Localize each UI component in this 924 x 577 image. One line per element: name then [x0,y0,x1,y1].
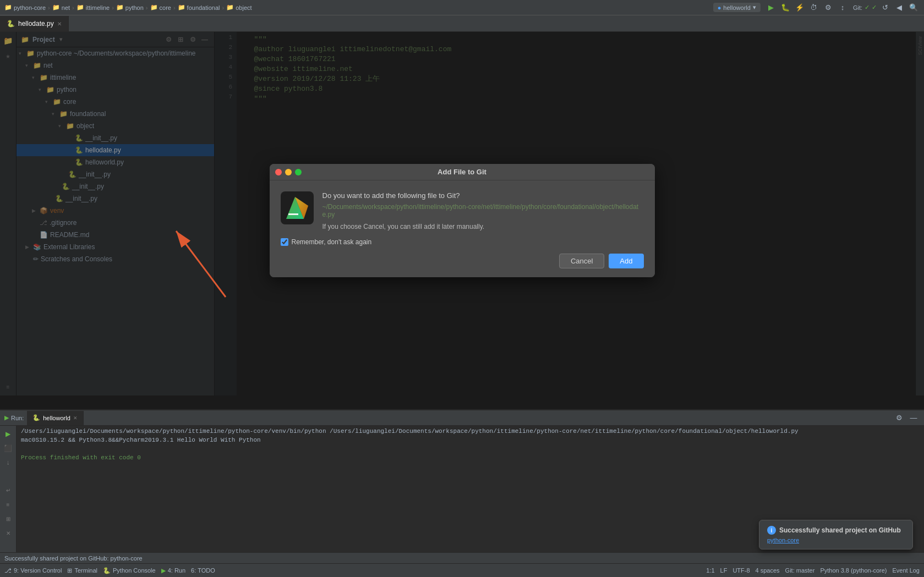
dialog-overlay: Add File to Git [0,32,924,409]
run-config-label: helloworld [723,4,751,11]
dialog-file-path: ~/Documents/workspace/python/ittimeline/… [322,203,644,218]
run-output-line-1: /Users/liuguanglei/Documents/workspace/p… [21,428,920,437]
dialog-maximize-button[interactable] [295,169,302,175]
breadcrumb-item-core[interactable]: 📁 core [150,4,171,11]
stop-bottom-icon[interactable]: ⬛ [2,442,14,454]
todo-label: 6: TODO [191,567,215,574]
close-bottom-icon[interactable]: ✕ [2,527,14,539]
breadcrumb-item-python[interactable]: 📁 python [116,4,144,11]
breadcrumb-item-ittimeline[interactable]: 📁 ittimeline [76,4,110,11]
coverage-button[interactable]: ⚡ [794,2,806,14]
breadcrumb-label: net [62,4,70,11]
dialog-minimize-button[interactable] [285,169,292,175]
settings-bottom-button[interactable]: ⚙ [893,412,905,424]
git-refresh-button[interactable]: ↺ [879,2,891,14]
breadcrumb-item-net[interactable]: 📁 net [52,4,70,11]
event-log-status[interactable]: Event Log [892,567,920,574]
tab-label: hellodate.py [18,20,54,28]
dialog-sub-text: If you choose Cancel, you can still add … [322,223,644,230]
dialog-title: Add File to Git [438,168,486,176]
status-bar: ⎇ 9: Version Control ⊞ Terminal 🐍 Python… [0,563,924,577]
bottom-tab-close-button[interactable]: ✕ [73,415,78,421]
settings-button[interactable]: ⚙ [822,2,834,14]
run-button[interactable]: ▶ [765,2,777,14]
python-console-status[interactable]: 🐍 Python Console [103,567,156,574]
run-output-line-4: Process finished with exit code 0 [21,454,920,463]
tab-file-icon: 🐍 [7,20,15,28]
git-search-button[interactable]: 🔍 [907,2,920,14]
dialog-title-bar: Add File to Git [270,164,655,180]
status-bar-right: 1:1 LF UTF-8 4 spaces Git: master Python… [706,567,920,574]
todo-status[interactable]: 6: TODO [191,567,215,574]
scroll-down-icon[interactable]: ↓ [2,457,14,469]
breadcrumb-label: object [236,4,251,11]
cursor-position: 1:1 [706,567,714,574]
minimize-bottom-button[interactable]: — [907,412,920,424]
debug-button[interactable]: 🐛 [779,2,791,14]
indent-spaces: 4 spaces [756,567,780,574]
terminal-icon: ⊞ [67,567,72,574]
dialog-body: Do you want to add the following file to… [270,180,655,277]
bottom-tab-helloworld[interactable]: 🐍 helloworld ✕ [27,411,84,425]
breadcrumb: 📁 python-core › 📁 net › 📁 ittimeline › 📁… [4,4,252,11]
toolbar-right: ● helloworld ▾ ▶ 🐛 ⚡ ⏱ ⚙ ↕ Git: ✓ ✓ ↺ ◀ … [713,2,920,14]
breadcrumb-item-object[interactable]: 📁 object [226,4,251,11]
breadcrumb-label: python-core [14,4,46,11]
run-icon: ● [718,4,721,11]
tab-close-button[interactable]: ✕ [57,21,62,27]
folder-icon: 📁 [52,4,60,11]
vc-icon: ⎇ [4,567,12,574]
line-separator: LF [720,567,728,574]
dialog-content-row: Do you want to add the following file to… [281,191,644,230]
pycharm-logo-svg [284,195,310,221]
run-status[interactable]: ▶ 4: Run [161,567,185,574]
folder-icon: 📁 [226,4,234,11]
svg-rect-3 [288,213,298,215]
wrap-icon[interactable]: ↵ [2,484,14,496]
breadcrumb-label: python [125,4,144,11]
bottom-tab-icons: ⚙ — [893,412,924,424]
cancel-button[interactable]: Cancel [559,254,604,268]
bottom-left-strip: ▶ ⬛ ↓ ↵ ≡ ⊞ ✕ [0,426,17,563]
folder-icon: 📁 [150,4,158,11]
bottom-tab-icon: 🐍 [32,414,40,421]
notification-link[interactable]: python-core [767,537,905,543]
dialog-close-button[interactable] [275,169,282,175]
run-configuration[interactable]: ● helloworld ▾ [713,3,761,12]
notification-bar-text: Successfully shared project on GitHub: p… [4,555,143,562]
expand-icon[interactable]: ⊞ [2,513,14,525]
dialog-main-text: Do you want to add the following file to… [322,191,644,200]
filter-icon[interactable]: ≡ [2,498,14,510]
breadcrumb-item-python-core[interactable]: 📁 python-core [4,4,46,11]
git-checkmark-1: ✓ [865,4,870,11]
vc-label: 9: Version Control [14,567,62,574]
add-file-to-git-dialog: Add File to Git [270,164,655,277]
bottom-tab-label: helloworld [43,415,70,421]
python-console-label: Python Console [113,567,156,574]
remember-checkbox-label: Remember, don't ask again [292,238,372,246]
git-prev-button[interactable]: ◀ [893,2,905,14]
breadcrumb-label: core [160,4,171,11]
dialog-traffic-lights [275,169,302,175]
git-checkmark-2: ✓ [872,4,877,11]
folder-icon: 📁 [178,4,185,11]
git-branch-status: Git: master [785,567,815,574]
top-navigation-bar: 📁 python-core › 📁 net › 📁 ittimeline › 📁… [0,0,924,15]
notification-title: Successfully shared project on GitHub [779,526,901,534]
toolbar-icons: ▶ 🐛 ⚡ ⏱ ⚙ ↕ [765,2,849,14]
pycharm-logo [281,191,314,224]
breadcrumb-label: ittimeline [86,4,110,11]
vcs-button[interactable]: ↕ [836,2,849,14]
remember-checkbox[interactable] [281,238,288,246]
terminal-status[interactable]: ⊞ Terminal [67,567,97,574]
run-tab-icon: ▶ [4,414,9,421]
breadcrumb-item-foundational[interactable]: 📁 foundational [178,4,220,11]
folder-icon: 📁 [4,4,12,11]
play-bottom-icon[interactable]: ▶ [2,428,14,440]
dialog-buttons: Cancel Add [281,254,644,268]
tab-hellodate-py[interactable]: 🐍 hellodate.py ✕ [0,16,69,31]
profile-button[interactable]: ⏱ [808,2,820,14]
version-control-status[interactable]: ⎇ 9: Version Control [4,567,62,574]
add-button[interactable]: Add [609,254,643,268]
run-label: ▶ Run: [4,414,27,421]
